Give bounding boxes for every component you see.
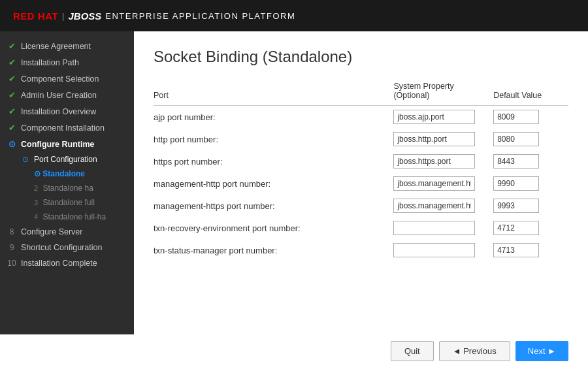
num-10: 10 [7,259,17,268]
port-label-6: txn-status-manager port number: [154,239,393,261]
system-property-field-2[interactable] [393,154,475,169]
table-row: ajp port number: [154,106,568,129]
brand-logo: RED HAT | JBOSS ENTERPRISE APPLICATION P… [13,10,295,22]
sidebar-item-component-selection[interactable]: ✔ Component Selection [0,71,134,87]
sidebar-label-install-complete: Installation Complete [21,259,97,268]
previous-button[interactable]: ◄ Previous [439,341,510,361]
sidebar-subsubitem-standalone-full-ha[interactable]: 4 Standalone full-ha [0,210,134,224]
blue-circle-icon-3: ⊙ [34,169,41,178]
sidebar-item-admin-user[interactable]: ✔ Admin User Creation [0,87,134,103]
col-system-property: System Property (Optional) [393,79,493,106]
table-row: http port number: [154,128,568,150]
sidebar-label-install-overview: Installation Overview [21,107,96,116]
system-property-field-1[interactable] [393,132,475,146]
sidebar-item-license[interactable]: ✔ License Agreement [0,38,134,54]
header: RED HAT | JBOSS ENTERPRISE APPLICATION P… [0,0,588,31]
check-icon-2: ✔ [7,57,17,67]
table-row: txn-recovery-environment port number: [154,217,568,239]
col-port: Port [154,79,393,106]
sidebar-label-configure-server: Configure Server [21,227,83,236]
sidebar-item-component-install[interactable]: ✔ Component Installation [0,120,134,136]
next-button[interactable]: Next ► [515,341,568,361]
default-value-field-3[interactable] [493,176,539,191]
sidebar-subsubitem-standalone-ha[interactable]: 2 Standalone ha [0,181,134,195]
system-property-input-6[interactable] [393,239,493,261]
default-value-field-4[interactable] [493,199,539,213]
sidebar-item-configure-runtime[interactable]: ⊙ Configure Runtime [0,136,134,152]
sidebar-sublabel-port-config: Port Configuration [34,155,97,164]
system-property-field-5[interactable] [393,221,475,235]
system-property-field-0[interactable] [393,110,475,124]
col-default-value: Default Value [493,79,568,106]
system-property-field-4[interactable] [393,199,475,213]
system-property-field-3[interactable] [393,176,475,191]
table-row: txn-status-manager port number: [154,239,568,261]
sidebar-label-admin-user: Admin User Creation [21,91,97,100]
sidebar-label-shortcut-config: Shortcut Configuration [21,243,102,252]
sidebar-subsubitem-label-standalone-full: Standalone full [42,198,94,207]
sidebar-item-configure-server[interactable]: 8 Configure Server [0,224,134,240]
sidebar-item-install-path[interactable]: ✔ Installation Path [0,54,134,71]
default-value-field-6[interactable] [493,243,539,257]
brand-redhat: RED HAT [13,10,58,22]
default-value-field-1[interactable] [493,132,539,146]
content-area: Socket Binding (Standalone) Port System … [134,31,588,334]
check-icon: ✔ [7,41,17,51]
footer: Quit ◄ Previous Next ► [0,334,588,371]
port-label-4: management-https port number: [154,195,393,217]
num-8: 8 [7,227,17,236]
sidebar-item-install-complete[interactable]: 10 Installation Complete [0,255,134,271]
table-row: https port number: [154,150,568,172]
sidebar-subitem-port-config[interactable]: ⊙ Port Configuration [0,152,134,167]
check-icon-6: ✔ [7,123,17,133]
default-value-input-4[interactable] [493,195,568,217]
sidebar-subsubitem-label-standalone-full-ha: Standalone full-ha [42,212,106,221]
sidebar-item-shortcut-config[interactable]: 9 Shortcut Configuration [0,240,134,255]
port-label-5: txn-recovery-environment port number: [154,217,393,239]
page-title: Socket Binding (Standalone) [154,48,568,66]
port-table: Port System Property (Optional) Default … [154,79,568,261]
sidebar-label-component-install: Component Installation [21,123,105,133]
brand-jboss: JBOSS [68,10,101,22]
port-label-0: ajp port number: [154,106,393,129]
blue-circle-icon: ⊙ [7,139,17,149]
default-value-input-2[interactable] [493,150,568,172]
num-4: 4 [34,213,38,221]
table-row: management-https port number: [154,195,568,217]
sidebar-subsubitem-label-standalone: Standalone [42,169,85,178]
default-value-field-0[interactable] [493,110,539,124]
check-icon-4: ✔ [7,90,17,100]
system-property-input-0[interactable] [393,106,493,129]
port-label-1: http port number: [154,128,393,150]
default-value-input-3[interactable] [493,172,568,195]
system-property-input-4[interactable] [393,195,493,217]
sidebar: ✔ License Agreement ✔ Installation Path … [0,31,134,334]
blue-circle-icon-2: ⊙ [21,155,30,164]
default-value-field-5[interactable] [493,221,539,235]
num-2: 2 [34,184,38,192]
default-value-input-5[interactable] [493,217,568,239]
sidebar-label-component-selection: Component Selection [21,74,99,84]
default-value-input-6[interactable] [493,239,568,261]
sidebar-subsubitem-label-standalone-ha: Standalone ha [42,184,93,193]
sidebar-label-license: License Agreement [21,42,91,51]
port-label-3: management-http port number: [154,172,393,195]
table-row: management-http port number: [154,172,568,195]
system-property-input-2[interactable] [393,150,493,172]
brand-rest: ENTERPRISE APPLICATION PLATFORM [105,11,295,21]
system-property-field-6[interactable] [393,243,475,257]
sidebar-subsubitem-standalone-full[interactable]: 3 Standalone full [0,195,134,210]
sidebar-label-configure-runtime: Configure Runtime [21,140,95,149]
system-property-input-3[interactable] [393,172,493,195]
num-9: 9 [7,243,17,252]
system-property-input-5[interactable] [393,217,493,239]
system-property-input-1[interactable] [393,128,493,150]
default-value-input-1[interactable] [493,128,568,150]
check-icon-3: ✔ [7,74,17,84]
sidebar-item-install-overview[interactable]: ✔ Installation Overview [0,103,134,120]
sidebar-subsubitem-standalone[interactable]: ⊙ Standalone [0,167,134,181]
default-value-input-0[interactable] [493,106,568,129]
port-label-2: https port number: [154,150,393,172]
quit-button[interactable]: Quit [391,341,434,361]
default-value-field-2[interactable] [493,154,539,169]
